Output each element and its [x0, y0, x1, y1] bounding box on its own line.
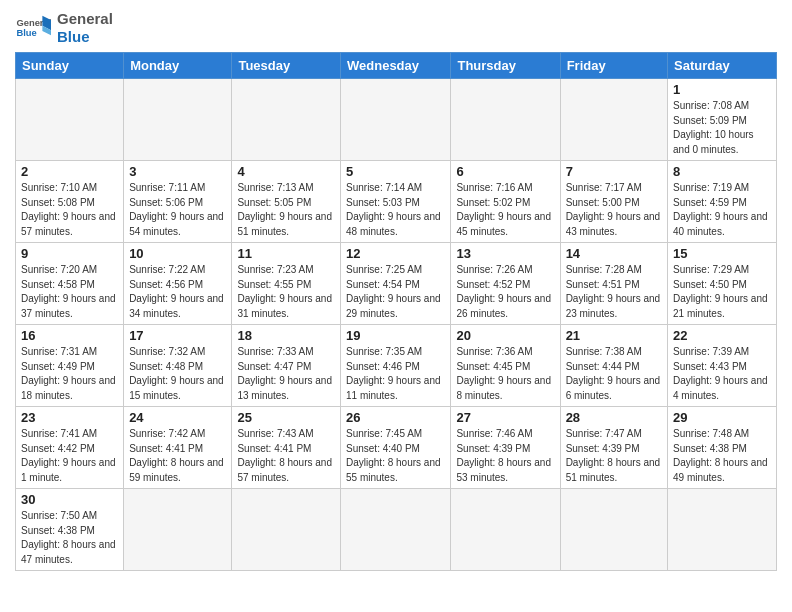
page-header: General Blue General Blue: [15, 10, 777, 46]
calendar-cell: 12Sunrise: 7:25 AM Sunset: 4:54 PM Dayli…: [341, 243, 451, 325]
day-number: 23: [21, 410, 118, 425]
calendar-cell: 18Sunrise: 7:33 AM Sunset: 4:47 PM Dayli…: [232, 325, 341, 407]
calendar-cell: [560, 489, 667, 571]
day-number: 15: [673, 246, 771, 261]
day-info: Sunrise: 7:33 AM Sunset: 4:47 PM Dayligh…: [237, 345, 335, 403]
calendar-week-0: 1Sunrise: 7:08 AM Sunset: 5:09 PM Daylig…: [16, 79, 777, 161]
day-info: Sunrise: 7:14 AM Sunset: 5:03 PM Dayligh…: [346, 181, 445, 239]
calendar-cell: 15Sunrise: 7:29 AM Sunset: 4:50 PM Dayli…: [668, 243, 777, 325]
calendar-cell: 2Sunrise: 7:10 AM Sunset: 5:08 PM Daylig…: [16, 161, 124, 243]
calendar-week-3: 16Sunrise: 7:31 AM Sunset: 4:49 PM Dayli…: [16, 325, 777, 407]
day-info: Sunrise: 7:45 AM Sunset: 4:40 PM Dayligh…: [346, 427, 445, 485]
day-info: Sunrise: 7:35 AM Sunset: 4:46 PM Dayligh…: [346, 345, 445, 403]
day-info: Sunrise: 7:28 AM Sunset: 4:51 PM Dayligh…: [566, 263, 662, 321]
calendar-cell: 16Sunrise: 7:31 AM Sunset: 4:49 PM Dayli…: [16, 325, 124, 407]
day-number: 24: [129, 410, 226, 425]
day-number: 26: [346, 410, 445, 425]
day-info: Sunrise: 7:43 AM Sunset: 4:41 PM Dayligh…: [237, 427, 335, 485]
calendar-cell: 13Sunrise: 7:26 AM Sunset: 4:52 PM Dayli…: [451, 243, 560, 325]
calendar-week-2: 9Sunrise: 7:20 AM Sunset: 4:58 PM Daylig…: [16, 243, 777, 325]
day-number: 16: [21, 328, 118, 343]
day-info: Sunrise: 7:16 AM Sunset: 5:02 PM Dayligh…: [456, 181, 554, 239]
day-number: 6: [456, 164, 554, 179]
weekday-header-friday: Friday: [560, 53, 667, 79]
calendar-cell: 24Sunrise: 7:42 AM Sunset: 4:41 PM Dayli…: [124, 407, 232, 489]
day-info: Sunrise: 7:50 AM Sunset: 4:38 PM Dayligh…: [21, 509, 118, 567]
day-info: Sunrise: 7:19 AM Sunset: 4:59 PM Dayligh…: [673, 181, 771, 239]
weekday-header-monday: Monday: [124, 53, 232, 79]
day-info: Sunrise: 7:48 AM Sunset: 4:38 PM Dayligh…: [673, 427, 771, 485]
day-number: 30: [21, 492, 118, 507]
calendar-cell: 22Sunrise: 7:39 AM Sunset: 4:43 PM Dayli…: [668, 325, 777, 407]
calendar-cell: [560, 79, 667, 161]
day-number: 19: [346, 328, 445, 343]
day-info: Sunrise: 7:20 AM Sunset: 4:58 PM Dayligh…: [21, 263, 118, 321]
day-number: 10: [129, 246, 226, 261]
day-info: Sunrise: 7:32 AM Sunset: 4:48 PM Dayligh…: [129, 345, 226, 403]
calendar-cell: 1Sunrise: 7:08 AM Sunset: 5:09 PM Daylig…: [668, 79, 777, 161]
day-number: 8: [673, 164, 771, 179]
weekday-header-sunday: Sunday: [16, 53, 124, 79]
day-info: Sunrise: 7:10 AM Sunset: 5:08 PM Dayligh…: [21, 181, 118, 239]
calendar-cell: 17Sunrise: 7:32 AM Sunset: 4:48 PM Dayli…: [124, 325, 232, 407]
calendar-cell: 25Sunrise: 7:43 AM Sunset: 4:41 PM Dayli…: [232, 407, 341, 489]
calendar-cell: 11Sunrise: 7:23 AM Sunset: 4:55 PM Dayli…: [232, 243, 341, 325]
day-number: 12: [346, 246, 445, 261]
day-number: 27: [456, 410, 554, 425]
calendar-cell: 21Sunrise: 7:38 AM Sunset: 4:44 PM Dayli…: [560, 325, 667, 407]
calendar-cell: [124, 79, 232, 161]
day-info: Sunrise: 7:31 AM Sunset: 4:49 PM Dayligh…: [21, 345, 118, 403]
calendar-table: SundayMondayTuesdayWednesdayThursdayFrid…: [15, 52, 777, 571]
calendar-week-5: 30Sunrise: 7:50 AM Sunset: 4:38 PM Dayli…: [16, 489, 777, 571]
day-number: 21: [566, 328, 662, 343]
calendar-week-4: 23Sunrise: 7:41 AM Sunset: 4:42 PM Dayli…: [16, 407, 777, 489]
day-number: 22: [673, 328, 771, 343]
calendar-cell: 23Sunrise: 7:41 AM Sunset: 4:42 PM Dayli…: [16, 407, 124, 489]
day-info: Sunrise: 7:22 AM Sunset: 4:56 PM Dayligh…: [129, 263, 226, 321]
svg-text:Blue: Blue: [16, 28, 36, 38]
day-number: 5: [346, 164, 445, 179]
calendar-cell: [341, 489, 451, 571]
day-info: Sunrise: 7:17 AM Sunset: 5:00 PM Dayligh…: [566, 181, 662, 239]
day-number: 29: [673, 410, 771, 425]
logo: General Blue General Blue: [15, 10, 113, 46]
calendar-cell: [341, 79, 451, 161]
day-number: 7: [566, 164, 662, 179]
day-number: 18: [237, 328, 335, 343]
calendar-body: 1Sunrise: 7:08 AM Sunset: 5:09 PM Daylig…: [16, 79, 777, 571]
weekday-header-wednesday: Wednesday: [341, 53, 451, 79]
day-info: Sunrise: 7:29 AM Sunset: 4:50 PM Dayligh…: [673, 263, 771, 321]
calendar-cell: [124, 489, 232, 571]
day-info: Sunrise: 7:36 AM Sunset: 4:45 PM Dayligh…: [456, 345, 554, 403]
calendar-cell: [16, 79, 124, 161]
calendar-header: SundayMondayTuesdayWednesdayThursdayFrid…: [16, 53, 777, 79]
day-number: 9: [21, 246, 118, 261]
day-number: 25: [237, 410, 335, 425]
logo-general-text: General: [57, 10, 113, 28]
day-number: 2: [21, 164, 118, 179]
calendar-cell: [451, 489, 560, 571]
day-info: Sunrise: 7:46 AM Sunset: 4:39 PM Dayligh…: [456, 427, 554, 485]
calendar-cell: 30Sunrise: 7:50 AM Sunset: 4:38 PM Dayli…: [16, 489, 124, 571]
day-info: Sunrise: 7:47 AM Sunset: 4:39 PM Dayligh…: [566, 427, 662, 485]
day-info: Sunrise: 7:08 AM Sunset: 5:09 PM Dayligh…: [673, 99, 771, 157]
generalblue-logo-icon: General Blue: [15, 10, 51, 46]
weekday-header-tuesday: Tuesday: [232, 53, 341, 79]
calendar-cell: [668, 489, 777, 571]
day-number: 14: [566, 246, 662, 261]
day-info: Sunrise: 7:39 AM Sunset: 4:43 PM Dayligh…: [673, 345, 771, 403]
day-number: 1: [673, 82, 771, 97]
calendar-cell: 14Sunrise: 7:28 AM Sunset: 4:51 PM Dayli…: [560, 243, 667, 325]
day-info: Sunrise: 7:25 AM Sunset: 4:54 PM Dayligh…: [346, 263, 445, 321]
calendar-cell: 6Sunrise: 7:16 AM Sunset: 5:02 PM Daylig…: [451, 161, 560, 243]
day-number: 13: [456, 246, 554, 261]
calendar-cell: 28Sunrise: 7:47 AM Sunset: 4:39 PM Dayli…: [560, 407, 667, 489]
calendar-cell: 19Sunrise: 7:35 AM Sunset: 4:46 PM Dayli…: [341, 325, 451, 407]
calendar-cell: 29Sunrise: 7:48 AM Sunset: 4:38 PM Dayli…: [668, 407, 777, 489]
calendar-cell: 27Sunrise: 7:46 AM Sunset: 4:39 PM Dayli…: [451, 407, 560, 489]
calendar-cell: 3Sunrise: 7:11 AM Sunset: 5:06 PM Daylig…: [124, 161, 232, 243]
calendar-week-1: 2Sunrise: 7:10 AM Sunset: 5:08 PM Daylig…: [16, 161, 777, 243]
calendar-cell: 20Sunrise: 7:36 AM Sunset: 4:45 PM Dayli…: [451, 325, 560, 407]
day-number: 11: [237, 246, 335, 261]
calendar-cell: [232, 79, 341, 161]
